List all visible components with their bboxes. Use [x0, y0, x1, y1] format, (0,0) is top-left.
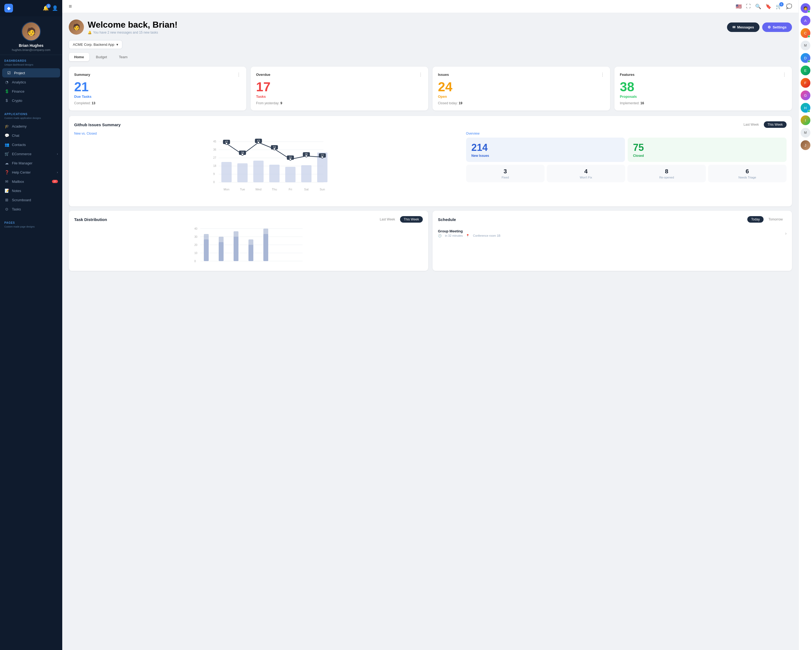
sidebar-item-file-manager[interactable]: ☁ File Manager [0, 158, 62, 168]
bell-icon: 🔔 [88, 31, 92, 34]
bookmark-icon[interactable]: 🔖 [765, 3, 771, 9]
pages-section-title: PAGES [0, 220, 62, 225]
svg-rect-60 [219, 237, 224, 261]
mini-stat-reopened: 8 Re-opened [627, 165, 706, 182]
github-this-week-btn[interactable]: This Week [764, 121, 786, 128]
right-avatar-7[interactable]: F [801, 78, 810, 88]
schedule-arrow-icon[interactable]: › [785, 231, 786, 236]
right-avatar-10[interactable]: I [801, 115, 810, 125]
card-overdue-menu[interactable]: ⋮ [418, 72, 423, 77]
sidebar-item-contacts[interactable]: 👥 Contacts [0, 140, 62, 149]
online-dot-9 [808, 110, 810, 112]
svg-text:Thu: Thu [272, 188, 277, 191]
right-avatar-11[interactable]: M [801, 128, 810, 138]
schedule-today-btn[interactable]: Today [747, 216, 763, 223]
right-avatar-3[interactable]: C [801, 28, 810, 38]
github-svg-container: 45 36 27 18 9 0 [74, 138, 462, 201]
tab-bar: Home Budget Team [69, 53, 792, 61]
sidebar-item-academy[interactable]: 🎓 Academy [0, 122, 62, 131]
svg-point-39 [321, 156, 324, 158]
github-last-week-btn[interactable]: Last Week [740, 121, 762, 128]
chat-bubble-icon[interactable]: 💭 [786, 3, 792, 9]
sidebar-item-tasks[interactable]: ⊙ Tasks [0, 205, 62, 214]
ecommerce-icon: 🛒 [4, 151, 9, 156]
help-center-icon: ❓ [4, 170, 9, 174]
svg-text:Sat: Sat [304, 188, 309, 191]
right-avatar-12[interactable]: J [801, 140, 810, 150]
welcome-section: 🧑 Welcome back, Brian! 🔔 You have 2 new … [69, 20, 792, 35]
card-summary-menu[interactable]: ⋮ [237, 72, 241, 77]
card-summary-sub: Completed: 13 [74, 101, 241, 105]
new-issues-number: 214 [472, 142, 620, 153]
project-selector[interactable]: ACME Corp. Backend App ▾ [69, 40, 122, 49]
card-issues: Issues ⋮ 24 Open Closed today: 19 [432, 67, 610, 110]
task-distribution-panel: Task Distribution Last Week This Week 40… [69, 211, 428, 271]
scrumboard-icon: ⊞ [4, 198, 9, 202]
right-avatar-8[interactable]: G [801, 90, 810, 100]
pages-section: PAGES Custom made page designs [0, 217, 62, 234]
right-avatar-4[interactable]: M [801, 41, 810, 50]
svg-point-36 [273, 148, 276, 150]
sidebar-item-scrumboard[interactable]: ⊞ Scrumboard [0, 195, 62, 205]
welcome-title: Welcome back, Brian! [88, 20, 177, 30]
expand-icon[interactable]: ⛶ [746, 3, 751, 9]
card-features-menu[interactable]: ⋮ [782, 72, 786, 77]
sidebar-item-project-label: Project [14, 71, 25, 75]
svg-text:20: 20 [194, 243, 198, 246]
sidebar-item-analytics-label: Analytics [12, 80, 26, 84]
right-avatar-9[interactable]: H [801, 103, 810, 113]
task-last-week-btn[interactable]: Last Week [376, 216, 399, 223]
sidebar-item-project[interactable]: ☑ Project [2, 68, 60, 78]
tab-home[interactable]: Home [69, 53, 89, 61]
sidebar-item-finance[interactable]: 💲 Finance [0, 87, 62, 96]
svg-rect-16 [285, 167, 296, 182]
right-avatar-6[interactable]: E [801, 66, 810, 75]
github-week-toggle: Last Week This Week [740, 121, 786, 128]
card-issues-number: 24 [438, 80, 605, 93]
svg-point-34 [241, 153, 244, 156]
closed-issues-card: 75 Closed [628, 138, 786, 162]
applications-section-title: APPLICATIONS [0, 112, 62, 117]
tab-team[interactable]: Team [113, 53, 133, 61]
messages-button[interactable]: ✉ Messages [727, 23, 760, 32]
user-circle-icon[interactable]: 👤 [52, 5, 58, 11]
search-icon[interactable]: 🔍 [755, 3, 761, 9]
right-avatar-2[interactable]: A [801, 16, 810, 26]
card-issues-menu[interactable]: ⋮ [600, 72, 605, 77]
svg-text:10: 10 [194, 252, 198, 255]
reopened-number: 8 [630, 168, 703, 175]
sidebar-item-contacts-label: Contacts [12, 143, 26, 147]
welcome-left: 🧑 Welcome back, Brian! 🔔 You have 2 new … [69, 20, 177, 35]
applications-section: APPLICATIONS Custom made application des… [0, 109, 62, 217]
task-distribution-chart: 40 30 20 10 0 [74, 226, 423, 265]
schedule-tomorrow-btn[interactable]: Tomorrow [765, 216, 786, 223]
cart-icon[interactable]: 🛒 5 [776, 3, 782, 9]
sidebar-item-scrumboard-label: Scrumboard [12, 198, 31, 202]
hamburger-icon[interactable]: ≡ [69, 3, 72, 9]
sidebar-item-help-center[interactable]: ❓ Help Center › [0, 168, 62, 177]
svg-text:0: 0 [213, 180, 215, 184]
dashboards-section: DASHBOARDS Unique dashboard designs ☑ Pr… [0, 55, 62, 109]
flag-icon[interactable]: 🇺🇸 [736, 3, 742, 9]
card-overdue: Overdue ⋮ 17 Tasks From yesterday: 9 [250, 67, 428, 110]
card-summary-header: Summary ⋮ [74, 72, 241, 77]
cart-badge: 5 [779, 2, 784, 6]
svg-text:40: 40 [194, 227, 198, 230]
needs-triage-number: 6 [711, 168, 784, 175]
sidebar-item-crypto[interactable]: $ Crypto [0, 96, 62, 105]
settings-button[interactable]: ⚙ Settings [762, 23, 792, 32]
sidebar-item-notes[interactable]: 📝 Notes [0, 186, 62, 195]
sidebar-item-mailbox[interactable]: ✉ Mailbox 27 [0, 177, 62, 186]
svg-text:Sun: Sun [320, 188, 325, 191]
task-this-week-btn[interactable]: This Week [400, 216, 423, 223]
sidebar-item-ecommerce[interactable]: 🛒 ECommerce › [0, 149, 62, 158]
tab-budget[interactable]: Budget [90, 53, 112, 61]
schedule-panel: Schedule Today Tomorrow Group Meeting 🕐 … [432, 211, 792, 271]
right-avatar-5[interactable]: D [801, 53, 810, 63]
app-logo[interactable]: ◆ [4, 4, 13, 12]
sidebar-item-analytics[interactable]: ◔ Analytics [0, 78, 62, 87]
right-avatar-1[interactable]: 🧑 [801, 3, 810, 13]
sidebar-item-chat[interactable]: 💬 Chat [0, 131, 62, 140]
sidebar: ◆ 🔔 3 👤 🧑 Brian Hughes hughes.brian@comp… [0, 0, 62, 650]
notification-bell-icon[interactable]: 🔔 3 [43, 5, 49, 11]
